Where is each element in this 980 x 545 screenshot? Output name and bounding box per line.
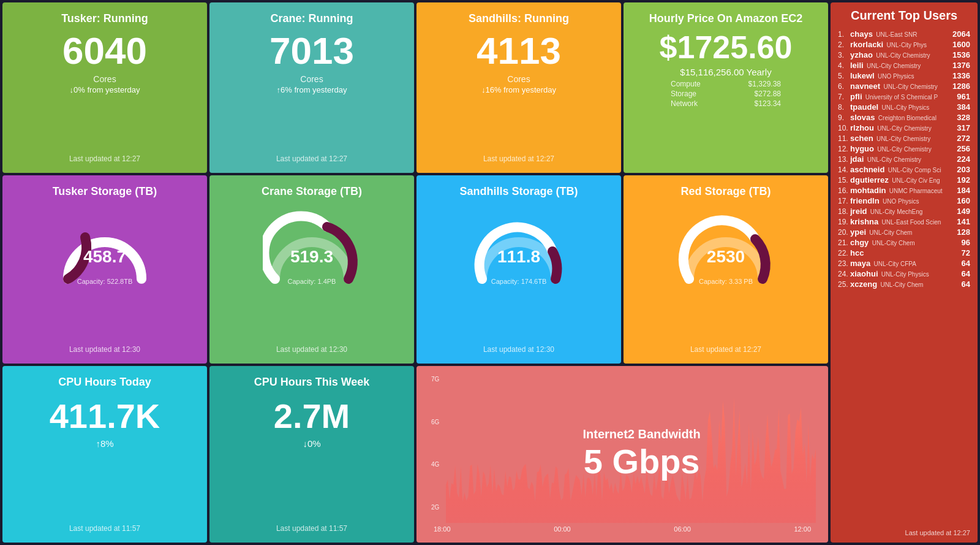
user-rank: 12. — [838, 145, 850, 153]
user-detail: UNL-City Physics — [881, 271, 929, 278]
user-name: tpaudel — [850, 102, 878, 112]
user-info: leili UNL-City Chemistry — [850, 61, 948, 70]
user-rank: 21. — [838, 238, 850, 247]
crane-storage-gauge: 519.3 Capacity: 1.4PB Last updated at 12… — [222, 200, 402, 354]
user-detail: UNL-City CFPA — [874, 261, 916, 267]
user-count: 1376 — [948, 61, 970, 70]
user-detail: UNL-City MechEng — [870, 208, 923, 215]
user-info: chgy UNL-City Chem — [850, 238, 948, 247]
cpu-today-updated: Last updated at 11:57 — [15, 519, 195, 533]
user-info: hcc — [850, 248, 948, 257]
user-count: 203 — [948, 165, 970, 174]
user-info: rlzhou UNL-City Chemistry — [850, 123, 948, 132]
cpu-week-card: CPU Hours This Week 2.7M ↓0% Last update… — [209, 366, 414, 543]
user-info: friendln UNO Physics — [850, 196, 948, 205]
user-rank: 18. — [838, 207, 850, 216]
user-row: 25. xczeng UNL-City Chem 64 — [838, 279, 970, 289]
amazon-yearly: $15,116,256.00 Yearly — [636, 67, 816, 77]
user-row: 6. navneet UNL-City Chemistry 1286 — [838, 81, 970, 91]
user-rank: 14. — [838, 166, 850, 174]
user-info: mohtadin UNMC Pharmaceut — [850, 186, 948, 195]
user-detail: UNL-City Chemistry — [867, 156, 921, 163]
user-name: ypei — [850, 227, 866, 237]
user-name: jdai — [850, 154, 864, 164]
user-name: xczeng — [850, 280, 877, 289]
user-detail: UNL-City Chem — [880, 281, 923, 288]
crane-running-title: Crane: Running — [222, 12, 402, 25]
user-row: 19. krishna UNL-East Food Scien 141 — [838, 216, 970, 227]
tusker-running-title: Tusker: Running — [15, 12, 195, 25]
user-rank: 10. — [838, 124, 850, 132]
sandhills-running-card: Sandhills: Running 4113 Cores ↓16% from … — [417, 2, 621, 173]
user-name: navneet — [850, 82, 880, 91]
user-rank: 2. — [838, 40, 850, 49]
cpu-today-card: CPU Hours Today 411.7K ↑8% Last updated … — [2, 366, 207, 543]
user-row: 22. hcc 72 — [838, 248, 970, 258]
user-count: 961 — [948, 92, 970, 101]
user-name: schen — [850, 134, 873, 143]
user-name: chgy — [850, 238, 869, 247]
user-row: 13. jdai UNL-City Chemistry 224 — [838, 154, 970, 164]
user-name: lukewl — [850, 71, 875, 80]
user-row: 23. maya UNL-City CFPA 64 — [838, 258, 970, 269]
crane-storage-updated: Last updated at 12:30 — [276, 340, 347, 354]
user-count: 160 — [948, 196, 970, 205]
user-count: 141 — [948, 217, 970, 226]
user-info: aschneid UNL-City Comp Sci — [850, 165, 948, 174]
amazon-title: Hourly Price On Amazon EC2 — [636, 12, 816, 25]
user-count: 192 — [948, 175, 970, 185]
user-rank: 24. — [838, 270, 850, 278]
user-name: xiaohui — [850, 269, 878, 278]
user-name: krishna — [850, 217, 878, 226]
user-info: rkorlacki UNL-City Phys — [850, 40, 948, 49]
crane-running-card: Crane: Running 7013 Cores ↑6% from yeste… — [209, 2, 414, 173]
user-detail: UNL-City Chemistry — [867, 63, 921, 69]
user-detail: UNL-City Chemistry — [877, 125, 931, 132]
y-label-7g: 7G — [431, 376, 439, 383]
sidebar: Current Top Users 1. chays UNL-East SNR … — [831, 2, 978, 543]
user-count: 224 — [948, 154, 970, 164]
amazon-price-value: $1725.60 — [636, 29, 816, 66]
user-info: jreid UNL-City MechEng — [850, 207, 948, 216]
amazon-breakdown: Compute $1,329.38 Storage $272.88 Networ… — [636, 80, 816, 108]
user-detail: UNL-City Phys — [887, 42, 927, 48]
user-detail: UNL-City Chem — [872, 240, 915, 246]
user-rank: 15. — [838, 176, 850, 185]
user-row: 5. lukewl UNO Physics 1336 — [838, 71, 970, 81]
y-label-4g: 4G — [431, 461, 439, 468]
user-rank: 22. — [838, 249, 850, 257]
tusker-storage-updated: Last updated at 12:30 — [69, 340, 140, 354]
user-rank: 9. — [838, 113, 850, 122]
tusker-storage-capacity: Capacity: 522.8TB — [77, 278, 133, 285]
user-row: 11. schen UNL-City Chemistry 272 — [838, 133, 970, 143]
sandhills-storage-card: Sandhills Storage (TB) 111.8 Capacity: 1… — [417, 175, 621, 364]
user-rank: 20. — [838, 228, 850, 237]
user-detail: UNL-City Chemistry — [877, 146, 931, 153]
sandhills-running-title: Sandhills: Running — [429, 12, 609, 25]
user-row: 15. dgutierrez UNL-City Civ Eng 192 — [838, 175, 970, 185]
user-row: 9. slovas Creighton Biomedical 328 — [838, 112, 970, 123]
user-row: 8. tpaudel UNL-City Physics 384 — [838, 102, 970, 112]
cpu-week-title: CPU Hours This Week — [222, 376, 402, 389]
crane-running-subtitle: Cores — [222, 74, 402, 84]
amazon-price-card: Hourly Price On Amazon EC2 $1725.60 $15,… — [624, 2, 828, 173]
tusker-running-value: 6040 — [15, 30, 195, 72]
x-label-06: 06:00 — [674, 525, 691, 533]
tusker-storage-card: Tusker Storage (TB) 458.7 Capacity: 522.… — [2, 175, 207, 364]
crane-running-value: 7013 — [222, 30, 402, 72]
user-rank: 6. — [838, 82, 850, 91]
red-storage-card: Red Storage (TB) 2530 Capacity: 3.33 PB … — [624, 175, 828, 364]
user-name: hyguo — [850, 144, 874, 153]
user-name: yzhao — [850, 50, 873, 59]
user-detail: Creighton Biomedical — [878, 115, 937, 121]
user-count: 328 — [948, 113, 970, 122]
x-label-18: 18:00 — [434, 525, 451, 533]
cpu-today-value: 411.7K — [15, 396, 195, 436]
sandhills-storage-gauge: 111.8 Capacity: 174.6TB Last updated at … — [429, 200, 609, 354]
x-label-12: 12:00 — [794, 525, 811, 533]
tusker-running-change: ↓0% from yesterday — [15, 85, 195, 94]
user-detail: UNL-City Chemistry — [876, 52, 930, 59]
amazon-network-label: Network — [671, 99, 698, 108]
user-row: 2. rkorlacki UNL-City Phys 1600 — [838, 39, 970, 50]
user-count: 317 — [948, 123, 970, 132]
